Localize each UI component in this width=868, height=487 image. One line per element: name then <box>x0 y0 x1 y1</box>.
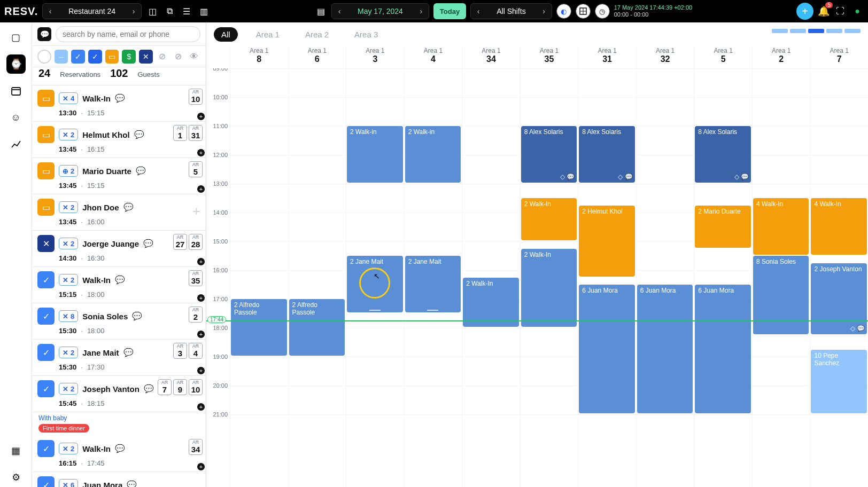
reservation-list[interactable]: ▭✕4Walk-In💬13:30·15:15AR10+▭✕2Helmut Kho… <box>32 85 206 487</box>
filter-chip[interactable]: ✕ <box>139 50 153 64</box>
timeline-event[interactable]: 10 Pepe Sanchez <box>811 350 867 414</box>
clock-filter-icon[interactable] <box>37 50 51 64</box>
timeline-grid[interactable]: 09:0010:0011:0012:0013:0014:0015:0016:00… <box>206 68 868 487</box>
reservation-item[interactable]: ✓✕2Jane Mait💬15:30·17:30AR3AR4+ <box>32 340 206 376</box>
rail-chart-icon[interactable] <box>6 135 26 154</box>
timeline-event[interactable]: 2 Walk-in <box>347 126 403 183</box>
add-icon[interactable]: + <box>197 367 205 374</box>
cancel-filter-icon[interactable]: ⊘ <box>156 50 169 63</box>
timeline-event[interactable]: 6 Juan Mora <box>637 285 693 413</box>
timeline-event[interactable]: 8 Alex Solaris◇ 💬 <box>695 126 751 183</box>
add-icon[interactable]: + <box>197 463 205 470</box>
shift-picker[interactable]: ‹ All Shifts › <box>470 3 552 19</box>
rail-tables-icon[interactable]: ▦ <box>6 441 26 460</box>
timeline-event[interactable]: 8 Alex Solaris◇ 💬 <box>521 126 577 183</box>
note-icon[interactable]: 💬 <box>134 130 144 139</box>
note-icon[interactable]: 💬 <box>115 93 125 103</box>
add-icon[interactable]: + <box>197 185 205 193</box>
filter-chip[interactable]: – <box>55 50 68 64</box>
area-tab[interactable]: All <box>214 27 238 42</box>
grid-icon[interactable] <box>576 4 591 19</box>
bell-icon[interactable]: 🔔5 <box>818 5 830 17</box>
note-icon[interactable]: 💬 <box>127 480 137 487</box>
chevron-left-icon[interactable]: ‹ <box>471 7 486 15</box>
expand-icon[interactable]: ⛶ <box>834 5 847 18</box>
reservation-item[interactable]: ✓✕8Sonia Soles💬15:30·18:00AR2+ <box>32 303 206 340</box>
timeline-event[interactable]: 2 Walk-in <box>405 126 461 183</box>
clock-icon[interactable]: ◷ <box>595 4 610 19</box>
list-icon[interactable]: ☰ <box>180 5 193 18</box>
add-icon[interactable]: + <box>197 113 205 120</box>
reservation-item[interactable]: ✓✕2Walk-In💬16:15·17:45AR34+ <box>32 436 206 472</box>
reservation-item[interactable]: ✓✕2Walk-In💬15:15·18:00AR35+ <box>32 267 206 303</box>
filter-chip[interactable]: ✓ <box>88 50 102 64</box>
reservation-item[interactable]: ✓✕6Juan Mora💬· <box>32 472 206 487</box>
stats-icon[interactable]: ◐ <box>556 4 571 19</box>
reservation-item[interactable]: ▭✕2Helmut Khol💬13:45·16:15AR1AR31+ <box>32 122 206 158</box>
chevron-left-icon[interactable]: ‹ <box>43 7 58 15</box>
add-icon[interactable]: + <box>197 403 205 411</box>
rail-calendar-icon[interactable] <box>6 81 26 100</box>
filter-chip[interactable]: ✓ <box>71 50 85 64</box>
timeline-event[interactable]: 2 Walk-In <box>521 198 577 240</box>
note-icon[interactable]: 💬 <box>144 384 154 394</box>
timeline-event[interactable]: 4 Walk-In <box>753 198 809 255</box>
reservation-item[interactable]: ✓✕2Joseph Vanton💬15:45·18:15AR7AR9AR10+ <box>32 376 206 412</box>
today-button[interactable]: Today <box>433 3 466 19</box>
timeline-event[interactable]: 2 Mario Duarte <box>695 206 751 248</box>
chevron-right-icon[interactable]: › <box>414 7 429 15</box>
timeline-event[interactable]: 2 Alfredo Passole <box>289 299 345 356</box>
rail-watch-icon[interactable]: ⌚ <box>6 54 26 74</box>
area-tab[interactable]: Area 1 <box>249 27 287 42</box>
note-icon[interactable]: 💬 <box>123 348 134 357</box>
note-icon[interactable]: 💬 <box>132 311 142 321</box>
add-table-icon[interactable]: + <box>192 203 200 219</box>
bars-icon[interactable]: ▥ <box>197 5 210 18</box>
filter-chip[interactable]: $ <box>122 50 136 64</box>
add-icon[interactable]: + <box>197 294 205 302</box>
timeline-event[interactable]: 8 Sonia Soles <box>753 256 809 334</box>
date-picker[interactable]: ‹ May 17, 2024 › <box>331 3 429 19</box>
rail-settings-icon[interactable]: ⚙ <box>6 468 26 487</box>
reservation-item[interactable]: ▭✕2Jhon Doe💬13:45·16:00+ <box>32 194 206 231</box>
area-tab[interactable]: Area 3 <box>347 27 385 42</box>
timeline-event[interactable]: 2 Walk-In <box>463 278 519 327</box>
note-icon[interactable]: 💬 <box>136 166 146 176</box>
add-icon[interactable]: + <box>197 331 205 338</box>
timeline-event[interactable]: 8 Alex Solaris◇ 💬 <box>579 126 635 183</box>
timeline-event[interactable]: 2 Walk-In <box>521 249 577 327</box>
rail-face-icon[interactable]: ☺ <box>6 108 26 127</box>
restaurant-picker[interactable]: ‹ Restaurant 24 › <box>42 3 142 19</box>
noshow-filter-icon[interactable]: ⊘ <box>172 50 185 63</box>
chevron-right-icon[interactable]: › <box>537 7 552 15</box>
note-icon[interactable]: 💬 <box>143 239 153 248</box>
reservation-item[interactable]: ▭⊕2Mario Duarte💬13:45·15:15AR5+ <box>32 158 206 194</box>
reservation-item[interactable]: ✕✕2Joerge Juange💬14:30·16:30AR27AR28+ <box>32 231 206 267</box>
timeline-event[interactable]: 2 Jane Mait <box>405 256 461 312</box>
timeline-event[interactable]: 2 Helmut Khol <box>579 206 635 277</box>
area-tab[interactable]: Area 2 <box>298 27 336 42</box>
note-icon[interactable]: 💬 <box>115 275 125 285</box>
message-icon[interactable]: ▤ <box>314 5 327 18</box>
timeline-event[interactable]: 2 Alfredo Passole <box>231 299 287 356</box>
split-icon[interactable]: ⧉ <box>163 5 176 18</box>
search-input[interactable] <box>56 26 200 42</box>
chevron-left-icon[interactable]: ‹ <box>332 7 347 15</box>
note-icon[interactable]: 💬 <box>123 202 134 212</box>
note-icon[interactable]: 💬 <box>115 444 125 453</box>
timeline-event[interactable]: 6 Juan Mora <box>695 285 751 413</box>
chevron-right-icon[interactable]: › <box>126 7 141 15</box>
reservation-item[interactable]: ▭✕4Walk-In💬13:30·15:15AR10+ <box>32 85 206 122</box>
chat-icon[interactable]: 💬 <box>37 27 51 41</box>
timeline-event[interactable]: 2 Joseph Vanton◇ 💬 <box>811 263 867 334</box>
rail-doc-icon[interactable]: ▢ <box>6 28 26 47</box>
timeline-event[interactable]: 4 Walk-In <box>811 198 867 255</box>
timeline-event[interactable]: 6 Juan Mora <box>579 285 635 413</box>
timeline-event[interactable]: 2 Jane Mait <box>347 256 403 312</box>
add-icon[interactable]: + <box>197 258 205 265</box>
filter-chip[interactable]: ▭ <box>105 50 119 64</box>
layout-icon[interactable]: ◫ <box>146 5 159 18</box>
add-icon[interactable]: + <box>197 149 205 156</box>
hide-filter-icon[interactable]: 👁 <box>188 50 200 63</box>
add-button[interactable]: + <box>796 3 813 20</box>
